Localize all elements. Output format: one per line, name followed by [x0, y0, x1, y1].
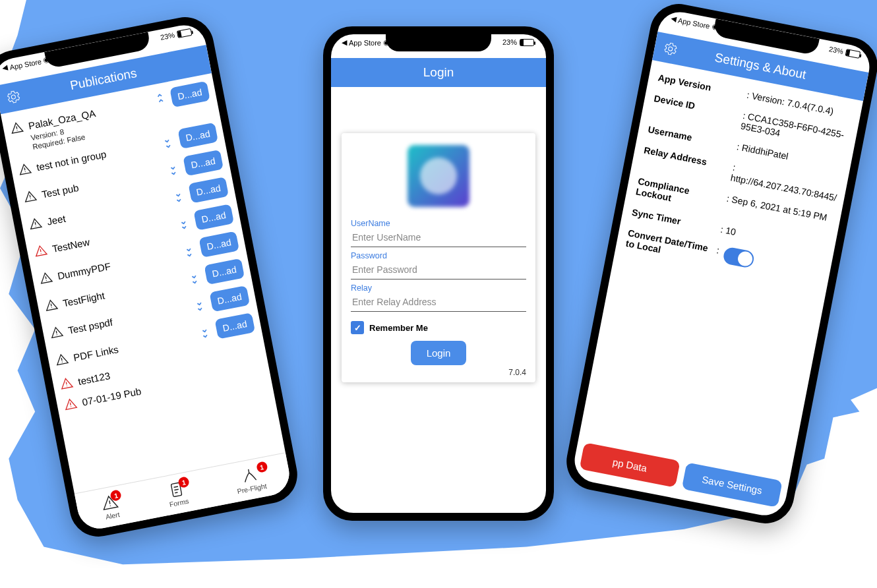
warning-triangle-icon — [22, 189, 38, 204]
back-to-appstore[interactable]: ◀ App Store ◉ — [342, 38, 390, 47]
warning-triangle-icon — [33, 243, 48, 258]
collapse-icon[interactable]: ⌄⌄ — [154, 93, 169, 106]
page-title: Publications — [69, 66, 138, 93]
expand-icon[interactable]: ⌄⌄ — [166, 162, 181, 175]
page-title: Login — [423, 65, 454, 80]
tab-forms[interactable]: 1 Forms — [166, 479, 190, 508]
warning-triangle-icon — [9, 120, 24, 135]
status-bar: 23% — [828, 45, 861, 59]
svg-point-0 — [11, 95, 16, 100]
back-to-appstore[interactable]: ◀ App Store ◉ — [2, 55, 51, 73]
password-input[interactable] — [351, 260, 526, 279]
warning-triangle-icon — [28, 216, 43, 231]
username-label: UserName — [351, 219, 526, 228]
warning-triangle-icon — [59, 376, 74, 391]
tab-alert[interactable]: 1 Alert — [100, 492, 122, 521]
download-button[interactable]: D...ad — [204, 258, 245, 285]
download-button[interactable]: D...ad — [183, 150, 224, 176]
expand-icon[interactable]: ⌄⌄ — [160, 135, 175, 148]
warning-triangle-icon — [54, 352, 69, 367]
expand-icon[interactable]: ⌄⌄ — [197, 325, 212, 338]
download-button[interactable]: D...ad — [198, 231, 239, 258]
relay-label: Relay — [351, 283, 526, 293]
tab-preflight[interactable]: 1 Pre-Flight — [233, 464, 267, 495]
app-logo-icon — [408, 145, 469, 207]
save-settings-button[interactable]: Save Settings — [682, 462, 783, 507]
header-login: Login — [331, 58, 546, 87]
warning-triangle-icon — [44, 297, 59, 312]
warning-triangle-icon — [17, 162, 32, 177]
username-input[interactable] — [351, 228, 526, 247]
gear-icon[interactable] — [661, 40, 680, 58]
delete-app-data-button[interactable]: pp Data — [580, 442, 680, 487]
download-button[interactable]: D...ad — [193, 204, 234, 230]
status-bar: 23% — [502, 38, 534, 46]
toggle-switch[interactable] — [722, 246, 755, 268]
version-label: 7.0.4 — [351, 368, 526, 377]
svg-point-2 — [668, 47, 673, 51]
status-bar: 23% — [160, 28, 192, 42]
expand-icon[interactable]: ⌄⌄ — [187, 271, 202, 284]
download-button[interactable]: D...ad — [214, 312, 255, 339]
gear-icon[interactable] — [4, 88, 22, 106]
expand-icon[interactable]: ⌄⌄ — [192, 298, 207, 311]
download-button[interactable]: D...ad — [177, 123, 218, 149]
login-card: UserName Password Relay ✓ Remember Me Lo… — [342, 133, 535, 382]
download-button[interactable]: D...ad — [209, 285, 250, 312]
warning-triangle-icon — [49, 324, 64, 339]
password-label: Password — [351, 251, 526, 260]
download-button[interactable]: D...ad — [188, 177, 229, 203]
expand-icon[interactable]: ⌄⌄ — [176, 216, 191, 229]
login-button[interactable]: Login — [411, 341, 467, 365]
warning-triangle-icon — [63, 396, 78, 411]
check-icon: ✓ — [351, 321, 364, 334]
warning-triangle-icon — [38, 270, 53, 285]
expand-icon[interactable]: ⌄⌄ — [171, 189, 186, 202]
remember-me-checkbox[interactable]: ✓ Remember Me — [351, 321, 526, 334]
phone-login: ◀ App Store ◉ 23% Login UserName Passwor… — [323, 26, 554, 521]
expand-icon[interactable]: ⌄⌄ — [181, 244, 197, 257]
relay-input[interactable] — [351, 293, 526, 312]
back-to-appstore[interactable]: ◀ App Store ◉ — [670, 15, 719, 32]
